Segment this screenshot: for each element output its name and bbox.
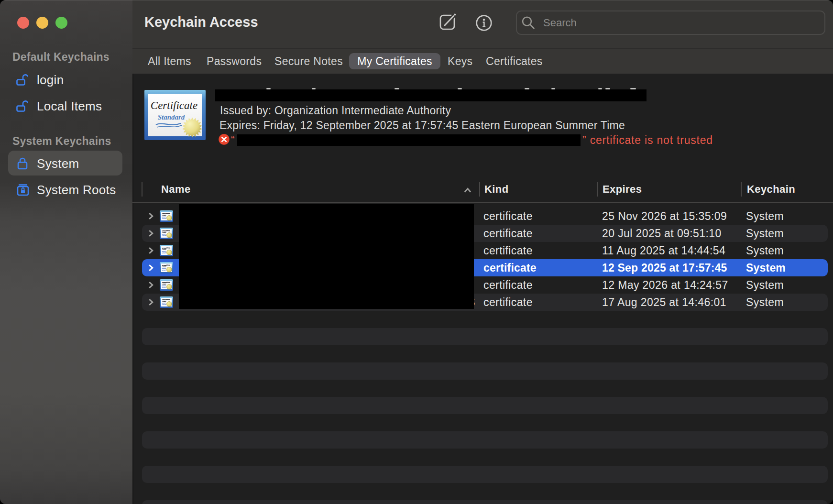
svg-text:Standard: Standard xyxy=(158,113,185,121)
svg-text:Certificate: Certificate xyxy=(151,99,197,111)
